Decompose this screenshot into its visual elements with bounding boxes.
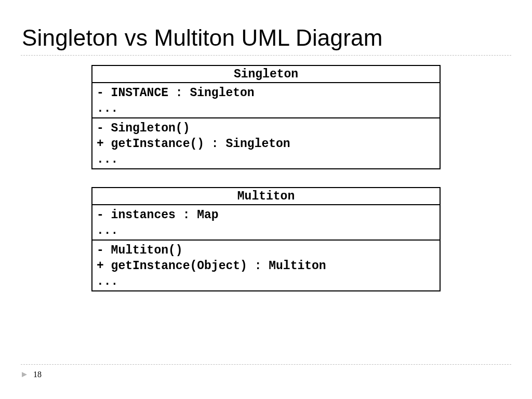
slide-footer: 18 xyxy=(21,364,511,379)
uml-method: - Multiton() xyxy=(97,243,435,258)
uml-method: ... xyxy=(97,152,435,167)
arrow-right-icon xyxy=(21,371,28,378)
uml-attributes: - INSTANCE : Singleton ... xyxy=(92,83,440,117)
uml-method: + getInstance() : Singleton xyxy=(97,136,435,152)
uml-attribute: ... xyxy=(97,101,435,116)
uml-attribute: - instances : Map xyxy=(97,207,435,223)
uml-class-name: Multiton xyxy=(92,188,440,205)
uml-class-multiton: Multiton - instances : Map ... - Multito… xyxy=(91,187,441,291)
page-number-row: 18 xyxy=(21,370,511,379)
uml-methods: - Singleton() + getInstance() : Singleto… xyxy=(92,117,440,168)
uml-class-singleton: Singleton - INSTANCE : Singleton ... - S… xyxy=(91,65,441,169)
uml-attribute: - INSTANCE : Singleton xyxy=(97,85,435,101)
diagram-area: Singleton - INSTANCE : Singleton ... - S… xyxy=(21,56,511,291)
slide: Singleton vs Multiton UML Diagram Single… xyxy=(0,0,532,399)
svg-marker-0 xyxy=(22,372,27,377)
uml-method: - Singleton() xyxy=(97,121,435,136)
uml-method: ... xyxy=(97,274,435,289)
uml-method: + getInstance(Object) : Multiton xyxy=(97,258,435,274)
uml-attributes: - instances : Map ... xyxy=(92,205,440,240)
uml-methods: - Multiton() + getInstance(Object) : Mul… xyxy=(92,240,440,290)
page-number: 18 xyxy=(33,370,42,379)
page-title: Singleton vs Multiton UML Diagram xyxy=(22,25,511,51)
footer-rule xyxy=(21,364,511,365)
uml-class-name: Singleton xyxy=(92,66,440,83)
uml-attribute: ... xyxy=(97,223,435,238)
